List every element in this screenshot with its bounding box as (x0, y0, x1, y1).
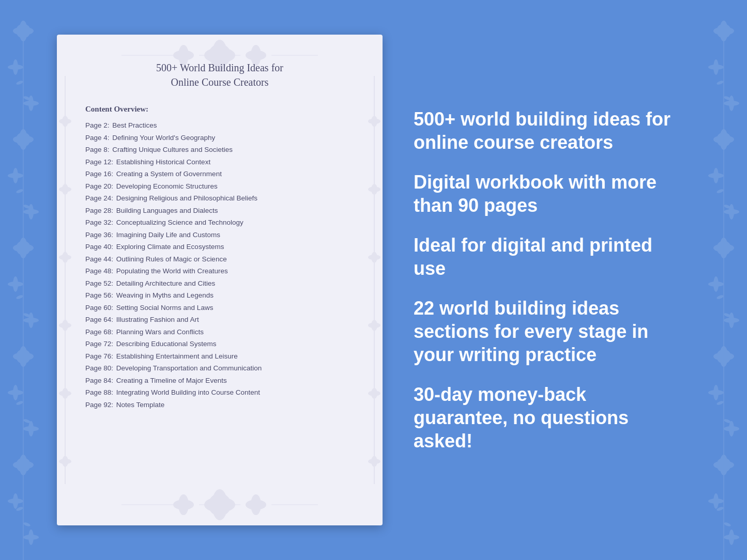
toc-title: Establishing Historical Context (114, 158, 210, 166)
toc-page-num: Page 48: (85, 267, 113, 275)
svg-point-32 (29, 319, 33, 322)
toc-page-num: Page 52: (85, 279, 113, 287)
toc-item: Page 8: Crafting Unique Cultures and Soc… (85, 146, 354, 153)
svg-point-121 (371, 456, 377, 467)
svg-point-102 (62, 252, 68, 263)
left-floral-border (0, 0, 47, 560)
toc-item: Page 40: Exploring Climate and Ecosystem… (85, 243, 354, 251)
toc-title: Setting Social Norms and Laws (114, 304, 213, 312)
svg-point-113 (371, 184, 377, 195)
toc-page-num: Page 4: (85, 134, 110, 142)
toc-title: Crafting Unique Cultures and Societies (111, 146, 233, 153)
toc-title: Detailing Architecture and Cities (114, 279, 215, 287)
svg-point-21 (29, 210, 33, 213)
svg-point-143 (730, 210, 733, 213)
document-title: 500+ World Building Ideas for Online Cou… (85, 60, 354, 89)
svg-point-106 (62, 388, 68, 399)
toc-item: Page 52: Detailing Architecture and Citi… (85, 280, 354, 287)
toc-item: Page 2: Best Practices (85, 122, 354, 129)
svg-point-18 (14, 174, 17, 177)
svg-point-100 (62, 184, 68, 195)
feature-2-text: Digital workbook with more than 90 pages (414, 170, 675, 217)
svg-point-66 (16, 400, 23, 406)
toc-item: Page 64: Illustrating Fashion and Art (85, 316, 354, 323)
document-content: 500+ World Building Ideas for Online Cou… (85, 60, 354, 408)
main-content: 500+ World Building Ideas for Online Cou… (47, 0, 700, 560)
toc-page-num: Page 28: (85, 207, 113, 214)
svg-point-140 (714, 174, 718, 177)
toc-item: Page 48: Populating the World with Creat… (85, 268, 354, 275)
svg-rect-109 (374, 76, 375, 484)
toc-item: Page 92: Notes Template (85, 401, 354, 409)
toc-page-num: Page 20: (85, 182, 113, 190)
svg-point-79 (253, 53, 258, 58)
toc-item: Page 16: Creating a System of Government (85, 170, 354, 178)
svg-point-69 (23, 522, 31, 527)
toc-page-num: Page 32: (85, 219, 113, 226)
svg-point-151 (714, 283, 718, 286)
toc-page-num: Page 16: (85, 170, 113, 178)
toc-page-num: Page 24: (85, 194, 113, 202)
svg-point-186 (716, 294, 724, 300)
toc-title: Creating a Timeline of Major Events (114, 377, 227, 384)
toc-title: Exploring Climate and Ecosystems (114, 243, 224, 251)
svg-point-108 (62, 456, 68, 467)
svg-point-51 (14, 500, 17, 503)
toc-item: Page 56: Weaving in Myths and Legends (85, 292, 354, 299)
table-of-contents: Page 2: Best PracticesPage 4: Defining Y… (85, 122, 354, 408)
svg-point-162 (714, 391, 718, 394)
toc-title: Imagining Daily Life and Customs (114, 231, 220, 239)
svg-point-7 (14, 66, 17, 69)
toc-page-num: Page 72: (85, 340, 113, 348)
svg-point-89 (181, 502, 186, 507)
document-preview: 500+ World Building Ideas for Online Cou… (57, 35, 383, 525)
toc-item: Page 68: Planning Wars and Conflicts (85, 329, 354, 336)
left-floral-svg (5, 0, 41, 560)
svg-point-4 (21, 28, 26, 34)
svg-point-170 (721, 462, 726, 468)
toc-page-num: Page 8: (85, 146, 110, 153)
svg-point-182 (716, 80, 724, 85)
svg-rect-96 (65, 76, 66, 484)
svg-point-184 (716, 189, 724, 194)
feature-5-text: 30-day money-back guarantee, no question… (414, 383, 675, 453)
svg-point-154 (730, 319, 733, 322)
toc-page-num: Page 36: (85, 231, 113, 239)
svg-point-98 (62, 116, 68, 127)
toc-title: Creating a System of Government (114, 170, 222, 178)
toc-item: Page 88: Integrating World Building into… (85, 389, 354, 396)
svg-point-37 (21, 354, 26, 359)
toc-page-num: Page 40: (85, 243, 113, 251)
right-floral-svg (706, 0, 742, 560)
toc-title: Defining Your World's Geography (111, 134, 216, 142)
content-overview-label: Content Overview: (85, 105, 354, 114)
toc-page-num: Page 76: (85, 352, 113, 360)
svg-point-76 (181, 53, 186, 58)
toc-title: Developing Transportation and Communicat… (114, 364, 262, 372)
toc-item: Page 4: Defining Your World's Geography (85, 134, 354, 142)
toc-title: Best Practices (111, 121, 157, 129)
svg-point-188 (716, 400, 724, 406)
toc-title: Illustrating Fashion and Art (114, 316, 199, 323)
toc-item: Page 84: Creating a Timeline of Major Ev… (85, 377, 354, 384)
svg-point-60 (16, 80, 23, 85)
toc-page-num: Page 64: (85, 316, 113, 323)
svg-point-159 (721, 354, 726, 359)
feature-3-text: Ideal for digital and printed use (414, 234, 675, 280)
toc-title: Weaving in Myths and Legends (114, 291, 214, 299)
svg-point-117 (371, 320, 377, 331)
right-floral-border (700, 0, 747, 560)
toc-item: Page 12: Establishing Historical Context (85, 159, 354, 166)
toc-item: Page 60: Setting Social Norms and Laws (85, 304, 354, 312)
toc-page-num: Page 68: (85, 328, 113, 336)
toc-title: Establishing Entertainment and Leisure (114, 352, 238, 360)
svg-point-148 (721, 245, 726, 251)
toc-item: Page 44: Outlining Rules of Magic or Sci… (85, 256, 354, 263)
toc-page-num: Page 2: (85, 121, 110, 129)
svg-point-92 (253, 502, 258, 507)
toc-item: Page 76: Establishing Entertainment and … (85, 353, 354, 360)
svg-point-26 (21, 245, 26, 251)
toc-title: Notes Template (114, 401, 164, 409)
toc-item: Page 32: Conceptualizing Science and Tec… (85, 219, 354, 226)
toc-item: Page 28: Building Languages and Dialects (85, 207, 354, 214)
